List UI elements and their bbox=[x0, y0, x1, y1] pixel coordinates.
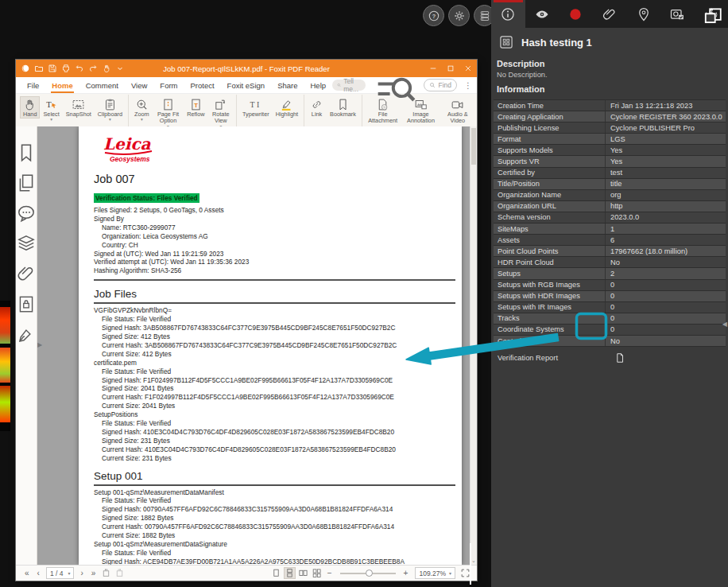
description-label: Description bbox=[497, 59, 728, 68]
ribbon-snapshot-button[interactable]: SnapShot bbox=[63, 96, 95, 119]
vertical-scrollbar[interactable]: ⌄ bbox=[470, 126, 477, 565]
close-button[interactable] bbox=[459, 60, 477, 77]
zoom-slider-knob[interactable] bbox=[366, 570, 373, 577]
ribbon-select-button[interactable]: TSelect▾ bbox=[40, 96, 62, 122]
save-icon bbox=[48, 64, 57, 73]
menu-item-home[interactable]: Home bbox=[45, 77, 79, 93]
pdf-meta-line: Name: RTC360-2999077 bbox=[102, 224, 455, 232]
ribbon-highlight-button[interactable]: Highlight bbox=[273, 96, 301, 119]
ribbon-typewriter-button[interactable]: TITypewriter bbox=[239, 96, 273, 119]
nav-bookmark-button[interactable] bbox=[16, 142, 37, 163]
ribbon-clipboard-button[interactable]: Clipboard▾ bbox=[95, 96, 126, 122]
document-area[interactable]: Leica Geosystems Job 007 Verification St… bbox=[37, 126, 477, 565]
svg-text:T: T bbox=[46, 100, 52, 109]
menu-item-protect[interactable]: Protect bbox=[184, 77, 221, 93]
nav-comment-button[interactable] bbox=[16, 203, 37, 224]
ribbon-image-annotation-button[interactable]: Image Annotation bbox=[401, 96, 440, 126]
tab-visibility[interactable] bbox=[525, 0, 560, 28]
ribbon-group: File AttachmentImage AnnotationAudio & V… bbox=[362, 95, 477, 126]
info-row: Creating ApplicationCyclone REGISTER 360… bbox=[494, 111, 726, 122]
menu-item-form[interactable]: Form bbox=[153, 77, 184, 93]
tab-locations[interactable] bbox=[626, 0, 660, 28]
info-row-value-text: No bbox=[610, 259, 620, 266]
tab-screenshot[interactable] bbox=[660, 0, 695, 28]
ribbon-hand-button[interactable]: Hand bbox=[20, 96, 40, 119]
maximize-button[interactable] bbox=[442, 60, 459, 77]
ribbon-page-fit-option-button[interactable]: Page Fit Option▾ bbox=[153, 96, 184, 129]
menu-item-view[interactable]: View bbox=[125, 77, 153, 93]
nav-signature-button[interactable] bbox=[16, 324, 37, 344]
rotate-page-buttons bbox=[99, 568, 126, 578]
ribbon-bookmark-button[interactable]: Bookmark bbox=[327, 96, 359, 119]
zoom-level-box[interactable]: 109.27% ▾ bbox=[415, 567, 455, 579]
info-row-value-text: http bbox=[610, 202, 623, 210]
info-row-value: 1 bbox=[605, 224, 726, 234]
snapshot-icon bbox=[72, 98, 85, 111]
ribbon-zoom-button[interactable]: Zoom▾ bbox=[131, 96, 153, 122]
ribbon-button-label: Reflow bbox=[187, 111, 204, 118]
zoom-slider[interactable] bbox=[340, 573, 396, 574]
menu-item-file[interactable]: File bbox=[21, 77, 45, 93]
find-input[interactable]: Find bbox=[424, 79, 457, 91]
menu-item-foxit-esign[interactable]: Foxit eSign bbox=[221, 77, 272, 93]
minimize-button[interactable] bbox=[424, 60, 442, 77]
more-options-icon[interactable]: ⋮ bbox=[463, 81, 474, 90]
last-page-button[interactable]: » bbox=[87, 569, 100, 577]
ribbon-audio-video-button[interactable]: Audio & Video bbox=[441, 96, 474, 126]
info-row-value-text: 0 bbox=[610, 281, 614, 289]
ribbon-link-button[interactable]: Link bbox=[307, 96, 327, 119]
typewriter-icon: TI bbox=[249, 98, 262, 111]
pdf-file-detail: Current Hash: F1F024997B112F4D5F5CCC1A9B… bbox=[102, 393, 455, 402]
info-row: Assets6 bbox=[494, 235, 726, 246]
layout-single-button[interactable] bbox=[271, 568, 281, 578]
layout-quad-button[interactable] bbox=[312, 568, 322, 578]
info-row: Verification Report bbox=[494, 347, 726, 368]
tab-record[interactable] bbox=[559, 0, 593, 28]
title-bar[interactable]: Job 007-Report-qIlSLkKM.pdf - Foxit PDF … bbox=[16, 60, 477, 77]
ribbon-file-attachment-button[interactable]: File Attachment bbox=[365, 96, 401, 126]
first-page-button[interactable]: « bbox=[21, 569, 33, 577]
ribbon-reflow-button[interactable]: TReflow bbox=[184, 96, 207, 119]
help-button[interactable]: ? bbox=[423, 5, 444, 26]
page-number-box[interactable]: 1 / 4 ▾ bbox=[46, 567, 75, 579]
prev-page-button[interactable]: ‹ bbox=[33, 569, 44, 577]
info-row-label: Format bbox=[494, 135, 605, 143]
collapse-panel-arrow[interactable]: ◀ bbox=[722, 321, 727, 328]
nav-pages-button[interactable] bbox=[16, 173, 37, 193]
info-row: Publishing LicenseCyclone PUBLISHER Pro bbox=[494, 122, 726, 134]
compare-windows-icon[interactable] bbox=[703, 6, 723, 26]
layout-continuous-button[interactable] bbox=[285, 568, 295, 578]
information-label: Information bbox=[497, 84, 728, 94]
point-cloud-blob bbox=[0, 307, 10, 344]
svg-text:T: T bbox=[194, 102, 198, 109]
layout-facing-button[interactable] bbox=[298, 568, 308, 578]
zoom-in-button[interactable]: + bbox=[400, 569, 412, 577]
paperclip-icon bbox=[602, 6, 618, 22]
info-row-value[interactable] bbox=[605, 347, 726, 368]
next-page-button[interactable]: › bbox=[76, 569, 87, 577]
tell-me-search[interactable]: Tell me... bbox=[332, 80, 366, 91]
info-row-value-text: No bbox=[610, 337, 620, 345]
nav-layers-button[interactable] bbox=[16, 233, 37, 254]
menu-item-share[interactable]: Share bbox=[271, 77, 304, 93]
nav-secure-button[interactable] bbox=[16, 294, 37, 314]
info-row-value-text: LGS bbox=[610, 135, 625, 143]
find-placeholder: Find bbox=[438, 81, 451, 89]
tab-info[interactable] bbox=[491, 0, 525, 28]
menu-item-help[interactable]: Help bbox=[304, 77, 333, 93]
info-row: Supports ModelsYes bbox=[494, 145, 726, 156]
ribbon-rotate-view-button[interactable]: Rotate View▾ bbox=[208, 96, 234, 129]
rotate-page-right-button[interactable] bbox=[114, 568, 125, 578]
settings-button[interactable] bbox=[448, 5, 470, 26]
scroll-down-arrow[interactable]: ⌄ bbox=[470, 558, 477, 564]
nav-paperclip-button[interactable] bbox=[16, 263, 37, 284]
rotate-page-left-button[interactable] bbox=[101, 568, 111, 578]
scrollbar-thumb[interactable] bbox=[471, 128, 476, 165]
tab-attachments[interactable] bbox=[593, 0, 627, 28]
menu-item-comment[interactable]: Comment bbox=[79, 77, 125, 93]
zoom-out-button[interactable]: − bbox=[323, 569, 336, 577]
info-row-label: Organization URL bbox=[494, 202, 605, 210]
ribbon-button-label: Image Annotation bbox=[404, 111, 437, 125]
page-number-value: 1 / 4 bbox=[50, 570, 64, 577]
expand-panel-arrow[interactable]: ▶ bbox=[37, 341, 42, 348]
